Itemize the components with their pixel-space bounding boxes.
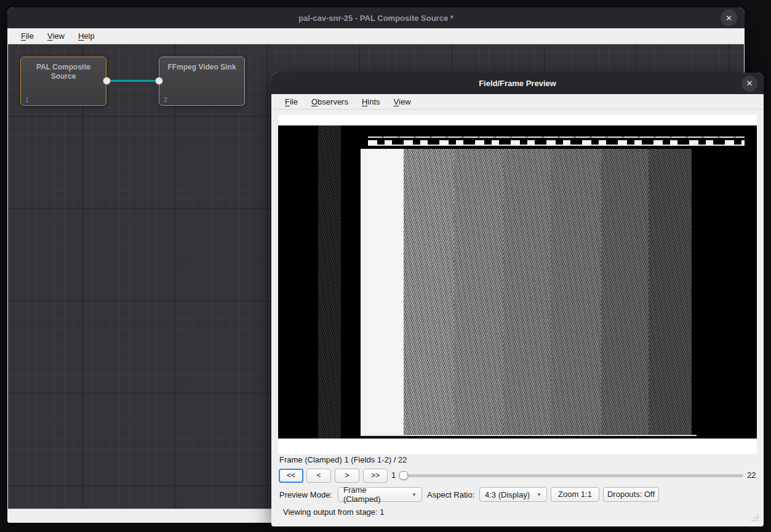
preview-dialog: Field/Frame Preview ✕ File Observers Hin… bbox=[271, 73, 764, 526]
controls-row: Preview Mode: Frame (Clamped) ▼ Aspect R… bbox=[271, 487, 764, 503]
previous-frame-button[interactable]: < bbox=[306, 469, 331, 483]
frame-slider[interactable] bbox=[400, 474, 743, 477]
main-window-title: pal-cav-snr-25 - PAL Composite Source * bbox=[298, 14, 453, 23]
vbi-signal-line bbox=[368, 137, 745, 138]
resize-grip[interactable] bbox=[751, 514, 759, 521]
node-pal-composite-source[interactable]: PAL Composite Source 1 bbox=[20, 57, 106, 106]
node-label: FFmpeg Video Sink bbox=[159, 57, 244, 72]
node-number: 2 bbox=[164, 96, 167, 103]
frame-info-label: Frame (Clamped) 1 (Fields 1-2) / 22 bbox=[279, 455, 407, 464]
vbi-serration-pattern bbox=[368, 140, 745, 146]
preview-mode-label: Preview Mode: bbox=[279, 490, 332, 499]
preview-panel bbox=[278, 115, 757, 454]
first-frame-button[interactable]: << bbox=[279, 469, 303, 483]
dropouts-toggle-button[interactable]: Dropouts: Off bbox=[603, 487, 659, 502]
node-label: PAL Composite Source bbox=[21, 57, 106, 81]
menu-file[interactable]: File bbox=[15, 29, 40, 43]
output-port[interactable] bbox=[103, 77, 111, 85]
pattern-bar bbox=[503, 149, 551, 435]
menu-hints[interactable]: Hints bbox=[356, 95, 386, 109]
main-close-button[interactable]: ✕ bbox=[721, 10, 737, 26]
preview-image bbox=[278, 125, 757, 439]
dialog-status-text: Viewing output from stage: 1 bbox=[283, 507, 385, 517]
chevron-down-icon: ▼ bbox=[412, 492, 417, 498]
pattern-bar bbox=[318, 125, 341, 439]
dialog-menubar: File Observers Hints View bbox=[271, 94, 764, 109]
dialog-title: Field/Frame Preview bbox=[479, 79, 556, 88]
pattern-baseline bbox=[361, 435, 697, 436]
close-icon: ✕ bbox=[746, 79, 753, 88]
dialog-titlebar[interactable]: Field/Frame Preview ✕ bbox=[271, 73, 764, 94]
aspect-ratio-dropdown[interactable]: 4:3 (Display) ▼ bbox=[479, 487, 547, 502]
preview-mode-value: Frame (Clamped) bbox=[343, 485, 405, 504]
transport-row: << < > >> 1 22 bbox=[271, 469, 764, 483]
menu-observers[interactable]: Observers bbox=[305, 95, 354, 109]
slider-max-value: 22 bbox=[747, 470, 756, 480]
node-number: 1 bbox=[25, 96, 29, 103]
dialog-close-button[interactable]: ✕ bbox=[741, 76, 757, 92]
main-titlebar[interactable]: pal-cav-snr-25 - PAL Composite Source * … bbox=[7, 7, 745, 28]
menu-help[interactable]: Help bbox=[72, 29, 101, 43]
main-menubar: File View Help bbox=[7, 28, 745, 44]
node-ffmpeg-video-sink[interactable]: FFmpeg Video Sink 2 bbox=[159, 57, 245, 106]
menu-view[interactable]: View bbox=[388, 95, 417, 109]
pattern-bar bbox=[601, 149, 649, 435]
chevron-down-icon: ▼ bbox=[537, 492, 541, 498]
menu-view[interactable]: View bbox=[41, 29, 71, 43]
pattern-bar bbox=[551, 149, 601, 435]
frame-slider-handle[interactable] bbox=[399, 471, 408, 480]
pattern-bar bbox=[404, 149, 454, 435]
pattern-bar bbox=[361, 149, 404, 435]
close-icon: ✕ bbox=[725, 14, 732, 23]
pattern-bar bbox=[454, 149, 503, 435]
zoom-1-1-button[interactable]: Zoom 1:1 bbox=[551, 487, 599, 502]
slider-current-value: 1 bbox=[391, 470, 396, 480]
aspect-ratio-value: 4:3 (Display) bbox=[485, 490, 530, 499]
pattern-bar bbox=[649, 149, 692, 435]
node-connection-wire[interactable] bbox=[106, 80, 159, 82]
menu-file[interactable]: File bbox=[279, 95, 304, 109]
input-port[interactable] bbox=[155, 77, 163, 85]
last-frame-button[interactable]: >> bbox=[363, 469, 388, 483]
preview-mode-dropdown[interactable]: Frame (Clamped) ▼ bbox=[338, 487, 422, 502]
next-frame-button[interactable]: > bbox=[335, 469, 359, 483]
aspect-ratio-label: Aspect Ratio: bbox=[427, 490, 474, 499]
